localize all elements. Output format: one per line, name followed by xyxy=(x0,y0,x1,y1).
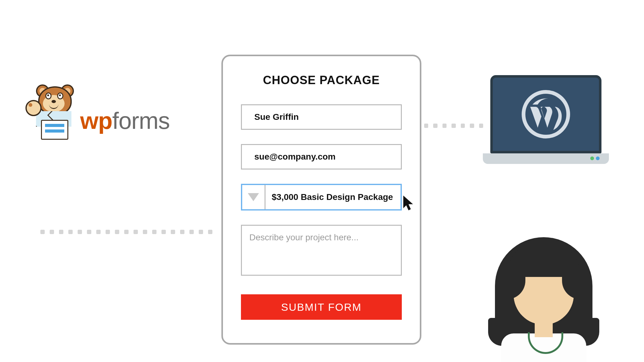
chevron-down-icon xyxy=(248,193,259,201)
name-field[interactable]: Sue Griffin xyxy=(241,104,402,130)
package-dropdown[interactable]: $3,000 Basic Design Package xyxy=(241,184,402,210)
email-field[interactable]: sue@company.com xyxy=(241,144,402,170)
wpforms-logo: wpforms xyxy=(27,99,170,142)
logo-text-forms: forms xyxy=(112,107,170,134)
package-selected-label: $3,000 Basic Design Package xyxy=(265,185,401,209)
package-form-card: CHOOSE PACKAGE Sue Griffin sue@company.c… xyxy=(221,55,421,345)
logo-text-wp: wp xyxy=(80,107,112,134)
dropdown-toggle[interactable] xyxy=(242,185,265,209)
name-value: Sue Griffin xyxy=(254,112,299,122)
connector-dots-left xyxy=(40,230,214,234)
cursor-icon xyxy=(403,196,414,210)
description-placeholder: Describe your project here... xyxy=(249,233,359,242)
laptop-illustration xyxy=(483,75,609,167)
woman-avatar-icon xyxy=(477,231,610,362)
submit-button[interactable]: SUBMIT FORM xyxy=(241,294,402,320)
description-textarea[interactable]: Describe your project here... xyxy=(241,225,402,276)
form-title: CHOOSE PACKAGE xyxy=(241,74,402,87)
wpforms-wordmark: wpforms xyxy=(80,107,170,134)
email-value: sue@company.com xyxy=(254,152,336,162)
connector-dots-right xyxy=(424,124,483,128)
wordpress-logo-icon xyxy=(522,90,570,138)
wpforms-bear-icon xyxy=(27,86,77,142)
